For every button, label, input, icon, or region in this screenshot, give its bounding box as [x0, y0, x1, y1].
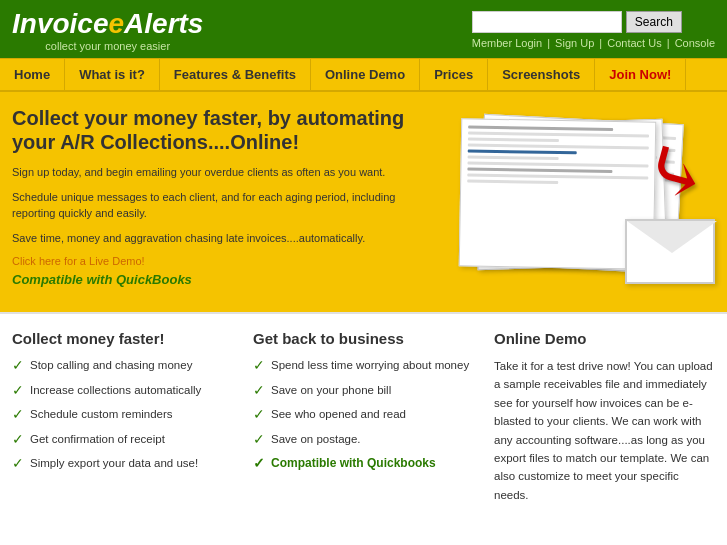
hero-headline: Collect your money faster, by automating…	[12, 106, 415, 154]
logo-text-after: Alerts	[124, 8, 203, 39]
nav-item-home[interactable]: Home	[0, 59, 65, 90]
member-login-link[interactable]: Member Login	[472, 37, 542, 49]
quickbooks-link[interactable]: Quickbooks	[367, 456, 436, 470]
feature-item-5: ✓ Simply export your data and use!	[12, 455, 233, 474]
biz-check-compatible: ✓	[253, 454, 265, 474]
feature-item-3: ✓ Schedule custom reminders	[12, 406, 233, 425]
biz-check-4: ✓	[253, 430, 265, 450]
feature-col-demo: Online Demo Take it for a test drive now…	[494, 330, 715, 504]
nav-item-what-is-it[interactable]: What is it?	[65, 59, 160, 90]
biz-item-1: ✓ Spend less time worrying about money	[253, 357, 474, 376]
feature-col-business: Get back to business ✓ Spend less time w…	[253, 330, 474, 504]
check-icon-2: ✓	[12, 381, 24, 401]
check-icon-4: ✓	[12, 430, 24, 450]
console-link[interactable]: Console	[675, 37, 715, 49]
compatible-label: Compatible with	[12, 272, 116, 287]
col3-heading: Online Demo	[494, 330, 715, 347]
nav-item-features[interactable]: Features & Benefits	[160, 59, 311, 90]
demo-text: Take it for a test drive now! You can up…	[494, 357, 715, 504]
biz-check-1: ✓	[253, 356, 265, 376]
biz-item-4: ✓ Save on postage.	[253, 431, 474, 450]
check-icon-1: ✓	[12, 356, 24, 376]
hero-para-2: Schedule unique messages to each client,…	[12, 189, 415, 222]
invoice-mockup: ⤷	[430, 114, 710, 294]
feature-item-1: ✓ Stop calling and chasing money	[12, 357, 233, 376]
feature-col-collect: Collect money faster! ✓ Stop calling and…	[12, 330, 233, 504]
biz-check-2: ✓	[253, 381, 265, 401]
logo-text-before: Invoice	[12, 8, 108, 39]
feature-item-4: ✓ Get confirmation of receipt	[12, 431, 233, 450]
biz-item-3: ✓ See who opened and read	[253, 406, 474, 425]
logo-tagline: collect your money easier	[12, 40, 203, 52]
feature-item-2: ✓ Increase collections automatically	[12, 382, 233, 401]
logo-e-letter: e	[108, 8, 124, 39]
contact-us-link[interactable]: Contact Us	[607, 37, 661, 49]
nav-item-demo[interactable]: Online Demo	[311, 59, 420, 90]
search-area: Search	[472, 11, 715, 33]
biz-item-2: ✓ Save on your phone bill	[253, 382, 474, 401]
sign-up-link[interactable]: Sign Up	[555, 37, 594, 49]
check-icon-3: ✓	[12, 405, 24, 425]
col2-heading: Get back to business	[253, 330, 474, 347]
hero-quickbooks: Compatible with QuickBooks	[12, 272, 415, 287]
navigation: Home What is it? Features & Benefits Onl…	[0, 58, 727, 92]
col1-heading: Collect money faster!	[12, 330, 233, 347]
quickbooks-brand: QuickBooks	[116, 272, 192, 287]
biz-item-compatible: ✓ Compatible with Quickbooks	[253, 455, 474, 474]
nav-item-join-now[interactable]: Join Now!	[595, 59, 686, 90]
check-icon-5: ✓	[12, 454, 24, 474]
logo: InvoiceeAlerts	[12, 8, 203, 40]
nav-item-prices[interactable]: Prices	[420, 59, 488, 90]
hero-body: Sign up today, and begin emailing your o…	[12, 164, 415, 246]
hero-banner: Collect your money faster, by automating…	[0, 92, 727, 312]
hero-para-3: Save time, money and aggravation chasing…	[12, 230, 415, 247]
envelope-icon	[625, 219, 715, 284]
header-right: Search Member Login | Sign Up | Contact …	[472, 11, 715, 49]
search-button[interactable]: Search	[626, 11, 682, 33]
features-section: Collect money faster! ✓ Stop calling and…	[0, 312, 727, 520]
header-links: Member Login | Sign Up | Contact Us | Co…	[472, 37, 715, 49]
hero-illustration: ⤷	[425, 106, 715, 302]
biz-check-3: ✓	[253, 405, 265, 425]
header: InvoiceeAlerts collect your money easier…	[0, 0, 727, 58]
hero-content: Collect your money faster, by automating…	[12, 106, 415, 302]
live-demo-link[interactable]: Click here for a Live Demo!	[12, 255, 145, 267]
hero-para-1: Sign up today, and begin emailing your o…	[12, 164, 415, 181]
logo-area: InvoiceeAlerts collect your money easier	[12, 8, 203, 52]
search-input[interactable]	[472, 11, 622, 33]
nav-item-screenshots[interactable]: Screenshots	[488, 59, 595, 90]
